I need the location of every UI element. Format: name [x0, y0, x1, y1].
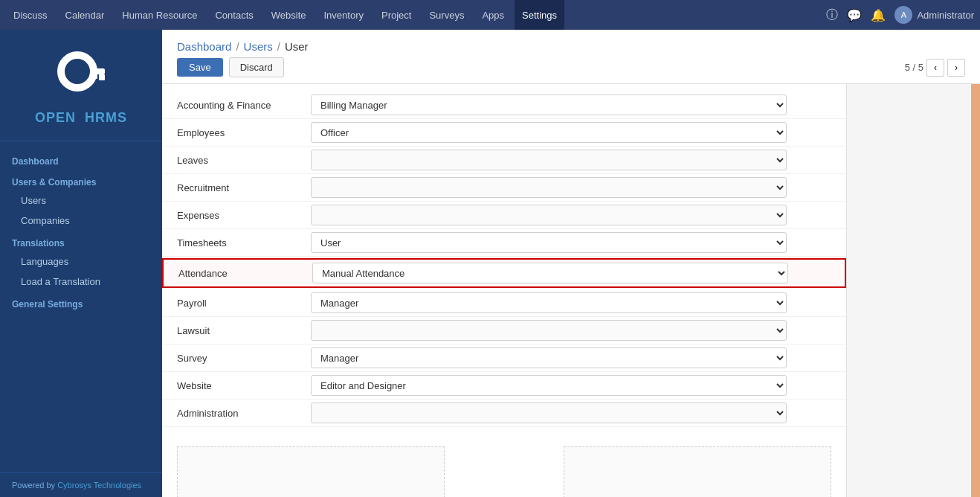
label-payroll: Payroll	[177, 298, 311, 309]
select-expenses[interactable]	[311, 205, 787, 225]
select-accounting[interactable]: Billing Manager	[311, 94, 787, 115]
field-accounting: Billing Manager	[311, 94, 787, 115]
sidebar-item-load-translation[interactable]: Load a Translation	[0, 272, 162, 292]
select-website[interactable]: Editor and Designer	[311, 375, 787, 396]
form-row-website: Website Editor and Designer	[162, 372, 846, 400]
breadcrumb-dashboard[interactable]: Dashboard	[177, 40, 231, 53]
logo-hrms: HRMS	[85, 110, 127, 125]
label-leaves: Leaves	[177, 155, 311, 166]
main-content: Dashboard / Users / User Save Discard 5 …	[162, 30, 980, 497]
sidebar-logo: OPEN HRMS	[0, 30, 162, 141]
field-employees: Officer	[311, 122, 787, 143]
sidebar-section-users-companies[interactable]: Users & Companies	[0, 170, 162, 190]
sidebar-nav: Dashboard Users & Companies Users Compan…	[0, 141, 162, 472]
label-expenses: Expenses	[177, 210, 311, 221]
notification-icon[interactable]: 🔔	[871, 8, 886, 22]
save-button[interactable]: Save	[177, 58, 223, 77]
nav-surveys[interactable]: Surveys	[422, 0, 471, 30]
breadcrumb-users[interactable]: Users	[244, 40, 273, 53]
form-row-administration: Administration	[162, 400, 846, 427]
form-row-survey: Survey Manager	[162, 344, 846, 372]
nav-apps[interactable]: Apps	[474, 0, 512, 30]
field-administration	[311, 403, 787, 423]
sidebar-footer: Powered by Cybrosys Technologies	[0, 472, 162, 497]
dotted-left	[177, 446, 445, 497]
form-row-payroll: Payroll Manager	[162, 289, 846, 317]
logo-open: OPEN	[35, 110, 76, 125]
label-employees: Employees	[177, 127, 311, 138]
form-section-roles: Accounting & Finance Billing Manager Emp…	[162, 84, 846, 435]
logo-icon	[51, 45, 111, 104]
nav-discuss[interactable]: Discuss	[6, 0, 55, 30]
nav-project[interactable]: Project	[374, 0, 419, 30]
field-recruitment	[311, 177, 787, 198]
nav-settings[interactable]: Settings	[515, 0, 564, 30]
prev-record-button[interactable]: ‹	[926, 59, 944, 77]
main-layout: OPEN HRMS Dashboard Users & Companies Us…	[0, 30, 980, 497]
help-icon[interactable]: ⓘ	[826, 7, 838, 23]
svg-rect-3	[99, 74, 105, 80]
field-survey: Manager	[311, 347, 787, 368]
form-row-leaves: Leaves	[162, 147, 846, 174]
nav-inventory[interactable]: Inventory	[316, 0, 370, 30]
admin-menu[interactable]: A Administrator	[894, 6, 974, 24]
field-leaves	[311, 150, 787, 170]
nav-website[interactable]: Website	[264, 0, 314, 30]
label-recruitment: Recruitment	[177, 182, 311, 193]
breadcrumb: Dashboard / Users / User	[177, 40, 965, 53]
sidebar-section-translations[interactable]: Translations	[0, 231, 162, 251]
select-lawsuit[interactable]	[311, 320, 787, 341]
select-recruitment[interactable]	[311, 177, 787, 198]
sidebar-section-general-settings[interactable]: General Settings	[0, 292, 162, 312]
sidebar-item-companies[interactable]: Companies	[0, 211, 162, 231]
discard-button[interactable]: Discard	[229, 57, 284, 77]
label-lawsuit: Lawsuit	[177, 325, 311, 336]
nav-calendar[interactable]: Calendar	[58, 0, 112, 30]
field-timesheets: User	[311, 232, 787, 253]
breadcrumb-sep-2: /	[277, 40, 280, 53]
select-employees[interactable]: Officer	[311, 122, 787, 143]
footer-text: Powered by	[12, 481, 55, 490]
sidebar-item-languages[interactable]: Languages	[0, 251, 162, 272]
form-row-timesheets: Timesheets User	[162, 229, 846, 257]
nav-contacts[interactable]: Contacts	[207, 0, 260, 30]
next-record-button[interactable]: ›	[947, 59, 965, 77]
top-navigation: Discuss Calendar Human Resource Contacts…	[0, 0, 980, 30]
label-administration: Administration	[177, 408, 311, 419]
counter-text: 5 / 5	[905, 62, 923, 73]
form-row-recruitment: Recruitment	[162, 174, 846, 202]
select-administration[interactable]	[311, 403, 787, 423]
form-row-attendance: Attendance Manual Attendance	[162, 258, 846, 288]
field-payroll: Manager	[311, 292, 787, 313]
field-website: Editor and Designer	[311, 375, 787, 396]
top-nav-right: ⓘ 💬 🔔 A Administrator	[826, 6, 974, 24]
breadcrumb-sep-1: /	[236, 40, 239, 53]
form-row-lawsuit: Lawsuit	[162, 317, 846, 344]
admin-name: Administrator	[917, 10, 974, 21]
svg-rect-2	[90, 68, 105, 74]
record-counter: 5 / 5 ‹ ›	[905, 59, 965, 77]
label-attendance: Attendance	[178, 268, 312, 279]
svg-rect-4	[93, 74, 97, 79]
avatar: A	[894, 6, 912, 24]
sidebar-item-users[interactable]: Users	[0, 190, 162, 211]
sidebar-section-dashboard[interactable]: Dashboard	[0, 149, 162, 170]
toolbar: Save Discard 5 / 5 ‹ ›	[177, 57, 965, 77]
separator-area	[177, 446, 831, 497]
footer-link[interactable]: Cybrosys Technologies	[57, 481, 141, 490]
chat-icon[interactable]: 💬	[847, 8, 862, 22]
logo-text: OPEN HRMS	[35, 110, 127, 126]
form-row-employees: Employees Officer	[162, 119, 846, 147]
select-attendance[interactable]: Manual Attendance	[312, 263, 788, 283]
form-area: Accounting & Finance Billing Manager Emp…	[162, 84, 980, 497]
select-leaves[interactable]	[311, 150, 787, 170]
nav-human-resource[interactable]: Human Resource	[115, 0, 204, 30]
field-lawsuit	[311, 320, 787, 341]
label-timesheets: Timesheets	[177, 237, 311, 248]
right-panel	[846, 84, 980, 497]
form-row-expenses: Expenses	[162, 202, 846, 229]
select-survey[interactable]: Manager	[311, 347, 787, 368]
select-timesheets[interactable]: User	[311, 232, 787, 253]
select-payroll[interactable]: Manager	[311, 292, 787, 313]
breadcrumb-area: Dashboard / Users / User Save Discard 5 …	[162, 30, 980, 84]
